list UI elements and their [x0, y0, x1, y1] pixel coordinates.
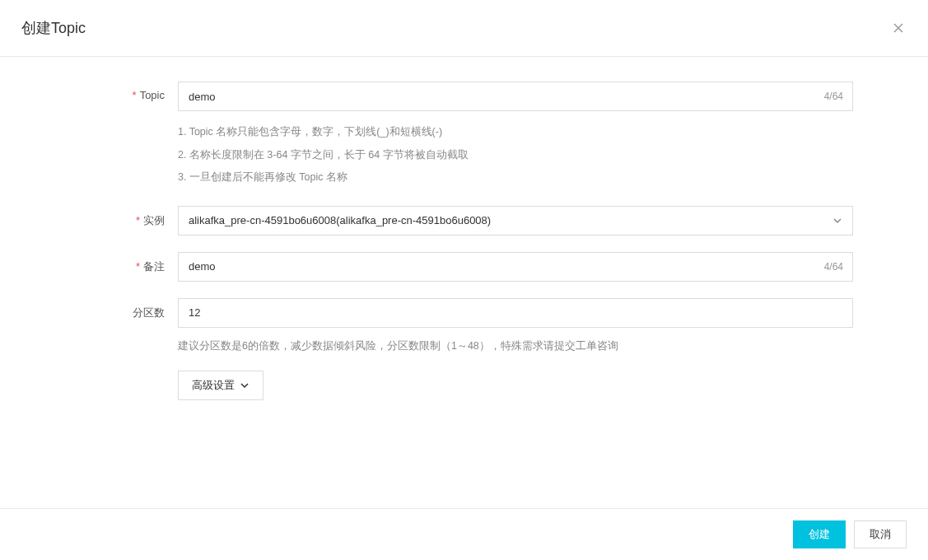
remark-input[interactable] — [178, 252, 853, 282]
submit-button[interactable]: 创建 — [793, 520, 846, 548]
modal-body: *Topic 4/64 1. Topic 名称只能包含字母，数字，下划线(_)和… — [0, 57, 928, 441]
close-icon — [892, 21, 905, 35]
required-asterisk: * — [133, 89, 137, 101]
topic-help-text: 1. Topic 名称只能包含字母，数字，下划线(_)和短横线(-) 2. 名称… — [178, 121, 853, 189]
chevron-down-icon — [240, 380, 249, 390]
partitions-input[interactable] — [178, 298, 853, 328]
form-row-remark: *备注 4/64 — [30, 252, 898, 282]
advanced-settings-button[interactable]: 高级设置 — [178, 371, 263, 400]
modal-title: 创建Topic — [21, 18, 86, 38]
form-row-partitions: 分区数 建议分区数是6的倍数，减少数据倾斜风险，分区数限制（1～48），特殊需求… — [30, 298, 898, 354]
instance-label: *实例 — [30, 206, 178, 228]
topic-input[interactable] — [178, 82, 853, 111]
form-row-instance: *实例 alikafka_pre-cn-4591bo6u6008(alikafk… — [30, 206, 898, 236]
cancel-button[interactable]: 取消 — [854, 520, 907, 548]
modal-footer: 创建 取消 — [0, 508, 928, 560]
remark-label: *备注 — [30, 252, 178, 274]
instance-select[interactable]: alikafka_pre-cn-4591bo6u6008(alikafka_pr… — [178, 206, 853, 236]
partitions-label: 分区数 — [30, 298, 178, 320]
required-asterisk: * — [136, 214, 140, 226]
topic-label: *Topic — [30, 82, 178, 101]
form-row-topic: *Topic 4/64 1. Topic 名称只能包含字母，数字，下划线(_)和… — [30, 82, 898, 189]
topic-char-counter: 4/64 — [824, 91, 843, 102]
remark-char-counter: 4/64 — [824, 261, 843, 273]
required-asterisk: * — [136, 260, 140, 273]
modal-header: 创建Topic — [0, 0, 928, 57]
partitions-help-text: 建议分区数是6的倍数，减少数据倾斜风险，分区数限制（1～48），特殊需求请提交工… — [178, 338, 853, 354]
form-row-advanced: 高级设置 — [30, 371, 898, 400]
close-button[interactable] — [890, 20, 907, 36]
